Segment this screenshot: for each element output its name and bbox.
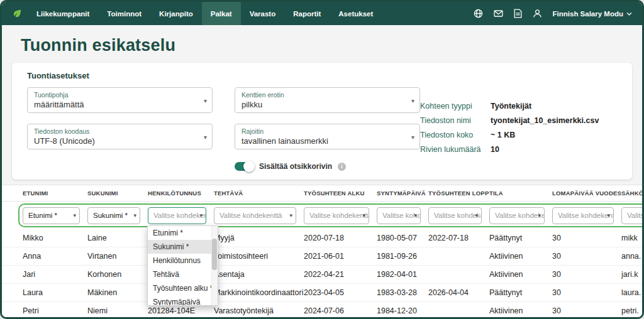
table-cell: 30 [552, 306, 621, 315]
chevron-down-icon: ▾ [607, 212, 610, 219]
field-tiedoston-koodaus[interactable]: Tiedoston koodaus UTF-8 (Unicode) ▾ [27, 124, 213, 149]
mapping-select-sukunimi[interactable]: Sukunimi *▾ [87, 207, 140, 224]
column-mapping-row: Etunimi *▾ Sukunimi *▾ Valitse kohdekent… [2, 202, 642, 229]
dropdown-option[interactable]: Etunimi * [148, 226, 212, 240]
table-cell: Varastotyöntekijä [214, 306, 304, 315]
info-icon[interactable]: i [338, 163, 346, 171]
info-value: tyontekijat_10_esimerkki.csv [491, 116, 599, 125]
col-header-tyosuhteen-alku: TYÖSUHTEEN ALKU [304, 190, 377, 197]
mapping-dropdown-menu: Etunimi * Sukunimi * Henkilötunnus Tehtä… [147, 225, 218, 306]
col-header-lomapaivaa: LOMAPÄIVÄÄ VUODESSA [552, 190, 621, 197]
mapping-select-etunimi[interactable]: Etunimi *▾ [23, 207, 80, 224]
field-tuontipohja[interactable]: Tuontipohja määrittämättä ▾ [27, 87, 213, 113]
field-kenttien-erotin[interactable]: Kenttien erotin pilkku ▾ [235, 87, 420, 113]
table-cell: Petri [23, 306, 87, 315]
nav-item-toiminnot[interactable]: Toiminnot [98, 2, 150, 25]
chevron-down-icon: ▾ [204, 133, 207, 140]
nav-item-asetukset[interactable]: Asetukset [330, 2, 382, 25]
app-window: Liikekumppanit Toiminnot Kirjanpito Palk… [0, 0, 644, 319]
select-value: Valitse kohdekenttä [558, 212, 614, 219]
field-value: UTF-8 (Unicode) [34, 136, 196, 146]
chevron-down-icon: ▾ [411, 133, 414, 140]
mapping-select-henkilotunnus[interactable]: Valitse kohdekenttä▾ [148, 207, 206, 224]
table-cell: 2022-04-21 [304, 270, 377, 279]
dropdown-option[interactable]: Työsuhteen alku * [148, 281, 212, 295]
col-header-tyosuhteen-loppu: TYÖSUHTEEN LOPPU [428, 190, 489, 197]
dropdown-scrollbar[interactable] [211, 226, 218, 305]
mail-icon[interactable] [494, 9, 503, 18]
table-cell: Korhonen [87, 270, 148, 279]
main-nav: Liikekumppanit Toiminnot Kirjanpito Palk… [28, 2, 382, 25]
table-cell: 1980-05-07 [377, 234, 428, 242]
table-cell: Laine [87, 234, 148, 242]
chevron-down-icon: ▾ [73, 212, 76, 219]
nav-item-varasto[interactable]: Varasto [241, 2, 285, 25]
table-row: Jari Korhonen Asentaja 2022-04-21 1982-0… [2, 266, 642, 284]
table-cell: 2026-04-04 [428, 288, 489, 297]
toggle-label: Sisältää otsikkorivin [259, 162, 332, 171]
table-row: Mikko Laine Myyjä 2020-07-18 1980-05-07 … [2, 229, 642, 247]
field-label: Tiedoston koodaus [34, 127, 196, 135]
table-cell: 2021-06-01 [304, 252, 377, 261]
user-icon[interactable] [533, 9, 542, 18]
table-cell: 30 [552, 252, 621, 261]
table-cell: Virtanen [87, 252, 148, 261]
table-cell: 30 [552, 270, 621, 279]
dropdown-option[interactable]: Sukunimi * [148, 240, 212, 254]
user-menu[interactable]: Finnish Salary Modu [553, 10, 632, 18]
chevron-down-icon: ▾ [199, 212, 203, 219]
table-cell: Päättynyt [489, 234, 552, 242]
mapping-select-tehtava[interactable]: Valitse kohdekenttä▾ [214, 207, 296, 224]
document-icon[interactable] [514, 9, 522, 18]
header-row-toggle[interactable] [235, 162, 253, 171]
select-value: Valitse kohdekenttä [219, 212, 282, 219]
field-rajoitin[interactable]: Rajoitin tavallinen lainausmerkki ▾ [235, 124, 420, 149]
info-row: Tiedoston koko ~ 1 KB [420, 131, 617, 139]
chevron-down-icon: ▾ [414, 212, 417, 219]
info-value: Työntekijät [491, 102, 531, 111]
table-cell: Päättynyt [489, 288, 552, 297]
select-value: Etunimi * [28, 212, 57, 219]
col-header-etunimi: ETUNIMI [23, 190, 87, 197]
info-row: Kohteen tyyppi Työntekijät [420, 102, 617, 111]
col-header-tila: TILA [489, 190, 552, 197]
table-row: Anna Virtanen Toimistosihteeri 2021-06-0… [2, 247, 642, 266]
navbar-right-cluster: Finnish Salary Modu [474, 2, 642, 25]
app-logo[interactable] [2, 2, 28, 25]
table-cell: Markkinointikoordinaattori [214, 288, 304, 297]
field-label: Kenttien erotin [242, 91, 403, 99]
table-cell: laura. [621, 288, 644, 297]
table-row: Petri Niemi 201284-104E Varastotyöntekij… [2, 302, 642, 319]
col-header-sahkoposti: SÄHKÖPOSTI [621, 190, 644, 197]
field-value: pilkku [242, 100, 403, 109]
table-cell: Jari [23, 270, 87, 279]
table-cell: 1981-09-26 [377, 252, 428, 261]
dropdown-option[interactable]: Henkilötunnus [148, 254, 212, 268]
scrollbar-thumb[interactable] [212, 239, 217, 270]
nav-item-kirjanpito[interactable]: Kirjanpito [150, 2, 202, 25]
globe-icon[interactable] [474, 9, 483, 18]
mapping-select-tyosuhteen-alku[interactable]: Valitse kohdekenttä▾ [304, 207, 369, 224]
mapping-select-syntymapaiva[interactable]: Valitse kohdekenttä▾ [377, 207, 421, 224]
nav-item-liikekumppanit[interactable]: Liikekumppanit [28, 2, 98, 25]
mapping-select-tyosuhteen-loppu[interactable]: Valitse kohdekenttä▾ [428, 207, 482, 224]
dropdown-option[interactable]: Tehtävä [148, 268, 212, 281]
mapping-select-lomapaivaa[interactable]: Valitse kohdekenttä▾ [552, 207, 614, 224]
table-row: Laura Mäkinen Markkinointikoordinaattori… [2, 284, 642, 302]
leaf-logo-icon [12, 8, 23, 19]
mapping-select-sahkoposti[interactable]: Valitse kohdekenttä▾ [621, 207, 644, 224]
chevron-down-icon: ▾ [411, 97, 414, 104]
table-cell: Aktiivinen [489, 306, 552, 315]
file-info-block: Kohteen tyyppi Työntekijät Tiedoston nim… [420, 87, 617, 171]
nav-item-raportit[interactable]: Raportit [284, 2, 330, 25]
chevron-down-icon: ▾ [133, 212, 136, 219]
dropdown-option[interactable]: Syntymäpäivä [148, 295, 212, 306]
table-cell: 2023-04-05 [304, 288, 377, 297]
nav-item-palkat[interactable]: Palkat [202, 2, 241, 25]
chevron-down-icon: ▾ [362, 212, 365, 219]
table-cell: 2022-07-18 [428, 234, 489, 242]
mapping-select-tila[interactable]: Valitse kohdekenttä▾ [489, 207, 545, 224]
field-label: Rajoitin [242, 127, 403, 135]
user-menu-label: Finnish Salary Modu [553, 10, 623, 18]
table-cell: Aktiivinen [489, 252, 552, 261]
